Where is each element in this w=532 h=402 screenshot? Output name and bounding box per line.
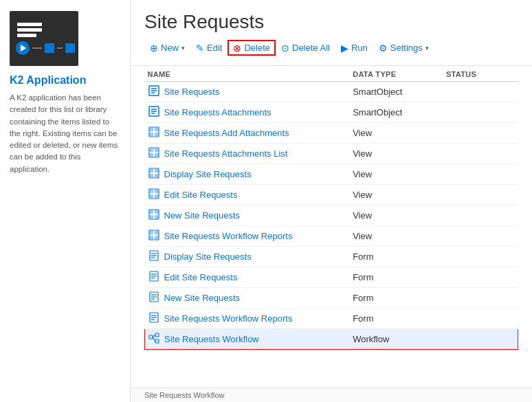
run-label: Run [351,43,368,53]
table-row[interactable]: Site Requests Workflow ReportsForm [145,309,518,329]
form-icon [148,291,160,304]
table-cell-status [443,123,518,144]
col-header-type: DATA TYPE [350,66,443,82]
toolbar: ⊕ New ▾ ✎ Edit ⊗ Delete ⊙ Delete All [144,40,518,60]
svg-rect-20 [155,169,158,172]
edit-button[interactable]: ✎ Edit [190,40,228,56]
svg-rect-17 [155,153,158,157]
svg-rect-19 [150,169,153,172]
svg-rect-54 [149,335,153,339]
svg-rect-36 [150,236,153,239]
row-name-label: Edit Site Requests [164,190,238,200]
table-cell-type: View [350,185,443,205]
table-area: NAME DATA TYPE STATUS Site RequestsSmart… [131,66,532,388]
table-cell-status [443,82,518,102]
table-cell-status [443,144,518,164]
table-cell-type: Form [350,288,443,309]
settings-dropdown-arrow: ▾ [425,45,429,52]
delete-button[interactable]: ⊗ Delete [228,40,276,56]
settings-button[interactable]: ⚙ Settings ▾ [373,40,434,56]
run-button[interactable]: ▶ Run [335,40,373,56]
delete-all-button[interactable]: ⊙ Delete All [276,40,335,56]
table-cell-status [443,288,518,309]
svg-rect-35 [155,231,158,234]
view-icon [148,147,160,160]
table-cell-name: Site Requests Attachments List [145,144,351,164]
table-cell-status [443,329,518,350]
row-name-label: Site Requests Add Attachments [164,128,289,138]
table-cell-name: Site Requests Add Attachments [145,123,351,144]
app-logo [10,11,78,66]
table-row[interactable]: Site Requests Workflow ReportsView [145,226,518,247]
table-cell-name: New Site Requests [145,205,351,226]
col-header-name: NAME [145,66,351,82]
table-cell-name: Edit Site Requests [145,267,351,288]
new-button[interactable]: ⊕ New ▾ [144,40,190,56]
form-icon [148,312,160,325]
svg-rect-16 [150,153,153,157]
row-name-label: Display Site Requests [164,252,252,262]
new-icon: ⊕ [150,43,158,53]
svg-rect-37 [155,236,158,239]
view-icon [148,209,160,222]
row-name-label: Edit Site Requests [164,272,238,282]
table-cell-status [443,309,518,329]
svg-rect-12 [155,133,158,136]
items-table: NAME DATA TYPE STATUS Site RequestsSmart… [144,66,518,350]
main-content: Site Requests ⊕ New ▾ ✎ Edit ⊗ Delete ⊙ [131,0,532,402]
view-icon [148,168,160,181]
table-cell-status [443,247,518,267]
edit-icon: ✎ [196,43,204,53]
delete-label: Delete [244,43,270,53]
view-icon [148,230,160,243]
table-row[interactable]: Site Requests AttachmentsSmartObject [145,102,518,123]
table-row[interactable]: Site Requests Add AttachmentsView [145,123,518,144]
table-cell-type: Workflow [350,329,443,350]
table-cell-name: Site Requests Workflow [145,329,351,350]
svg-rect-9 [150,128,153,131]
table-row[interactable]: Site RequestsSmartObject [145,82,518,102]
view-icon [148,126,160,139]
delete-icon: ⊗ [233,43,241,53]
table-row[interactable]: Display Site RequestsView [145,164,518,185]
svg-rect-24 [150,190,153,193]
table-row[interactable]: Site Requests WorkflowWorkflow [145,329,518,350]
svg-rect-14 [150,148,153,152]
table-cell-type: SmartObject [350,82,443,102]
svg-line-57 [153,335,155,337]
svg-rect-29 [150,210,153,214]
svg-rect-30 [155,210,158,214]
table-row[interactable]: New Site RequestsForm [145,288,518,309]
table-cell-name: Site Requests Attachments [145,102,351,123]
svg-rect-15 [155,148,158,152]
view-icon [148,188,160,201]
table-cell-status [443,226,518,247]
svg-rect-26 [150,194,153,198]
table-header-row: NAME DATA TYPE STATUS [145,66,518,82]
svg-rect-27 [155,194,158,198]
page-title: Site Requests [144,11,518,33]
table-cell-name: Edit Site Requests [145,185,351,205]
row-name-label: Display Site Requests [164,169,252,179]
form-icon [148,250,160,263]
settings-label: Settings [390,43,423,53]
svg-rect-32 [155,215,158,219]
table-row[interactable]: Edit Site RequestsForm [145,267,518,288]
table-cell-type: Form [350,247,443,267]
row-name-label: Site Requests Attachments [164,107,271,118]
footer: Site Requests Workflow [131,388,532,402]
row-name-label: Site Requests Attachments List [164,148,288,159]
row-name-label: Site Requests Workflow [164,334,259,344]
table-row[interactable]: Display Site RequestsForm [145,247,518,267]
col-header-status: STATUS [443,66,518,82]
settings-icon: ⚙ [379,43,388,53]
table-cell-type: Form [350,267,443,288]
run-icon: ▶ [341,43,348,53]
form-icon [148,271,160,284]
table-cell-name: Display Site Requests [145,247,351,267]
table-row[interactable]: Site Requests Attachments ListView [145,144,518,164]
table-row[interactable]: Edit Site RequestsView [145,185,518,205]
table-row[interactable]: New Site RequestsView [145,205,518,226]
delete-all-icon: ⊙ [281,43,289,53]
table-cell-status [443,205,518,226]
